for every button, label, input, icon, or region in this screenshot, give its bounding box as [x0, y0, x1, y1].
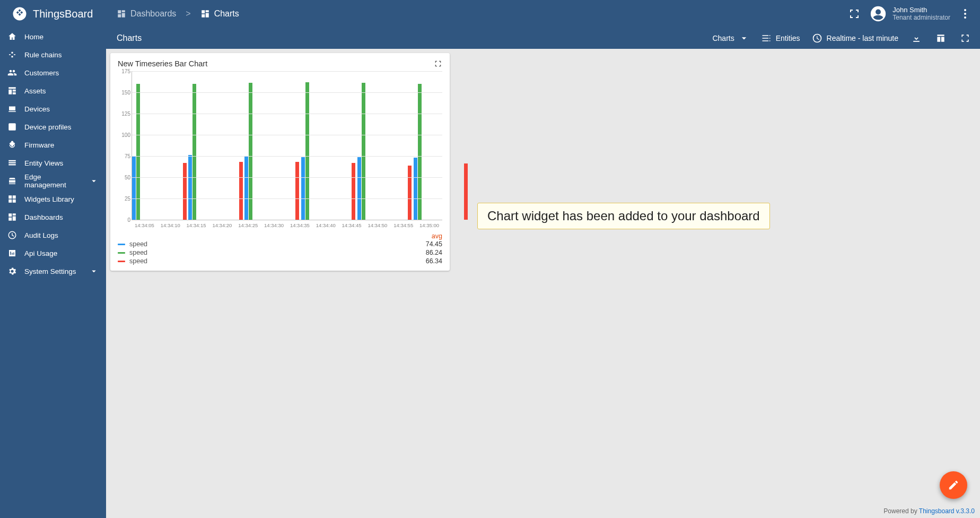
user-menu[interactable]: John Smith Tenant administrator: [869, 5, 950, 23]
legend-avg-header: avg: [432, 232, 442, 240]
sidebar-item-devices[interactable]: Devices: [0, 100, 106, 118]
bar: [352, 163, 355, 220]
chart-xaxis: 14:34:0514:34:1014:34:1514:34:2014:34:25…: [132, 220, 442, 228]
manage-layouts-icon[interactable]: [934, 32, 947, 45]
sidebar-item-entityviews[interactable]: Entity Views: [0, 154, 106, 172]
legend-series-avg: 66.34: [426, 257, 442, 265]
breadcrumb-separator: >: [186, 9, 190, 19]
sidebar-item-audit[interactable]: Audit Logs: [0, 226, 106, 244]
breadcrumb-dashboards[interactable]: Dashboards: [117, 9, 176, 19]
bar: [192, 84, 196, 220]
home-icon: [7, 32, 17, 41]
clock-icon: [812, 33, 822, 44]
topbar: ThingsBoard Dashboards > Charts John Smi…: [0, 0, 980, 28]
firmware-icon: [7, 140, 17, 150]
user-role: Tenant administrator: [892, 14, 950, 22]
sidebar-item-label: Dashboards: [24, 213, 63, 221]
svg-point-1: [964, 13, 966, 15]
sidebar-item-assets[interactable]: Assets: [0, 82, 106, 100]
entityviews-icon: [7, 158, 17, 168]
timewindow-button[interactable]: Realtime - last minute: [812, 33, 898, 44]
brand[interactable]: ThingsBoard: [0, 6, 106, 22]
sidebar-item-label: Customers: [24, 69, 59, 77]
chart-yaxis: 0255075100125150175: [118, 71, 132, 220]
bar: [188, 155, 192, 220]
dashboard-title: Charts: [117, 33, 142, 43]
brand-name: ThingsBoard: [33, 8, 93, 20]
edit-dashboard-fab[interactable]: [940, 471, 967, 499]
sidebar-item-label: Rule chains: [24, 51, 62, 59]
svg-point-2: [964, 16, 966, 19]
dashboard-canvas[interactable]: New Timeseries Bar Chart 025507510012515…: [106, 49, 980, 518]
callout-annotation: Chart widget has been added to your dash…: [477, 203, 770, 229]
audit-icon: [7, 230, 17, 240]
sidebar-item-dashboards[interactable]: Dashboards: [0, 208, 106, 226]
bar: [414, 158, 417, 220]
bar: [418, 84, 422, 220]
state-select[interactable]: Charts: [712, 33, 749, 44]
bar: [362, 83, 365, 220]
sidebar-item-firmware[interactable]: Firmware: [0, 136, 106, 154]
customers-icon: [7, 68, 17, 77]
legend-swatch: [118, 244, 125, 245]
entities-icon: [761, 33, 772, 44]
widget-title: New Timeseries Bar Chart: [118, 59, 207, 68]
edge-icon: [7, 176, 17, 186]
sidebar-item-api[interactable]: Api Usage: [0, 244, 106, 262]
fullscreen-toggle-icon[interactable]: [848, 7, 861, 20]
sidebar-item-deviceprofiles[interactable]: Device profiles: [0, 118, 106, 136]
bar: [239, 162, 243, 220]
export-icon[interactable]: [910, 32, 923, 45]
widget-fullscreen-icon[interactable]: [434, 59, 442, 68]
bar: [183, 163, 187, 220]
chart-widget: New Timeseries Bar Chart 025507510012515…: [110, 53, 450, 271]
avatar-icon: [869, 5, 887, 23]
legend-row[interactable]: speed66.34: [118, 257, 442, 265]
pencil-icon: [948, 479, 959, 491]
fullscreen-icon[interactable]: [959, 32, 972, 45]
dashboards-icon: [7, 212, 17, 222]
sidebar-item-rulechain[interactable]: Rule chains: [0, 46, 106, 64]
sidebar-item-label: Widgets Library: [24, 195, 74, 203]
main: Charts Charts Entities Realtime - last m…: [106, 28, 980, 518]
legend-series-avg: 86.24: [426, 249, 442, 256]
footer-link[interactable]: Thingsboard v.3.3.0: [919, 507, 975, 515]
chevron-down-icon: [739, 33, 749, 44]
legend-row[interactable]: speed74.45: [118, 240, 442, 248]
bar: [305, 82, 309, 220]
sidebar-item-label: Firmware: [24, 141, 54, 149]
legend-series-name: speed: [129, 240, 147, 248]
sidebar-item-settings[interactable]: System Settings: [0, 262, 106, 280]
api-icon: [7, 248, 17, 258]
assets-icon: [7, 86, 17, 96]
bar: [464, 163, 468, 220]
sidebar-item-label: Devices: [24, 105, 50, 113]
widgets-icon: [7, 194, 17, 204]
sidebar-item-edge[interactable]: Edge management: [0, 172, 106, 190]
bar: [132, 156, 136, 220]
sidebar-item-home[interactable]: Home: [0, 28, 106, 46]
chart-legend: avg speed74.45speed86.24speed66.34: [118, 232, 442, 265]
bar: [301, 157, 305, 220]
dashboard-icon: [117, 9, 126, 19]
chart-plot: [132, 71, 442, 220]
devices-icon: [7, 104, 17, 114]
topbar-right: John Smith Tenant administrator: [848, 5, 980, 23]
bar: [249, 83, 252, 220]
brand-logo-icon: [12, 6, 28, 22]
sidebar-item-customers[interactable]: Customers: [0, 64, 106, 82]
sidebar-item-label: Assets: [24, 87, 46, 95]
sidebar-item-label: Audit Logs: [24, 231, 58, 239]
sidebar-item-widgets[interactable]: Widgets Library: [0, 190, 106, 208]
bar: [408, 166, 412, 220]
legend-row[interactable]: speed86.24: [118, 248, 442, 257]
bar: [357, 157, 361, 220]
rulechain-icon: [7, 50, 17, 59]
legend-swatch: [118, 252, 125, 254]
sidebar-item-label: Home: [24, 33, 43, 41]
entities-button[interactable]: Entities: [761, 33, 800, 44]
more-icon[interactable]: [959, 7, 972, 20]
sidebar-item-label: Edge management: [24, 173, 82, 189]
breadcrumb: Dashboards > Charts: [117, 9, 239, 19]
breadcrumb-charts[interactable]: Charts: [200, 9, 239, 19]
